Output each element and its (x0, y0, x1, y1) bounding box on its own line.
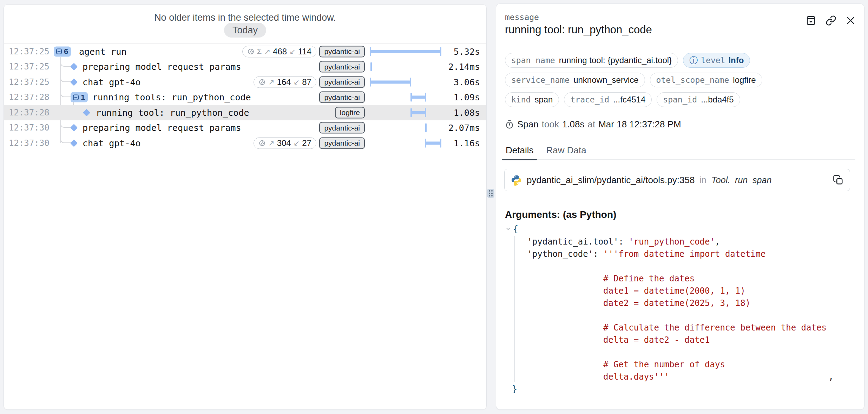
timeline-bar (370, 105, 441, 120)
open-brace: { (513, 224, 518, 234)
row-timestamp: 12:37:28 (9, 108, 50, 118)
row-span-name: preparing model request params (83, 62, 241, 72)
row-span-name: chat gpt-4o (83, 77, 141, 87)
span-title: running tool: run_python_code (505, 24, 652, 36)
trace-row[interactable]: 12:37:30 chat gpt-4o ↗304 ↙27 pydantic-a… (4, 135, 486, 151)
collapse-chevron-icon[interactable] (505, 226, 511, 232)
code-line (512, 260, 834, 272)
attribute-pill[interactable]: service_nameunknown_service (505, 73, 645, 87)
span-diamond-icon (70, 139, 78, 147)
span-diamond-icon (83, 109, 90, 116)
trace-row[interactable]: 12:37:25 preparing model request params … (4, 59, 486, 75)
collapse-toggle[interactable]: 1 (71, 92, 88, 102)
row-duration: 3.06s (454, 77, 480, 87)
output-tokens-icon: ↙ (294, 139, 300, 147)
attribute-pill[interactable]: kindspan (505, 92, 559, 107)
scope-badge[interactable]: pydantic-ai (319, 76, 365, 88)
token-usage-badge[interactable]: Σ ↗468 ↙114 (242, 46, 316, 57)
row-span-name: running tools: run_python_code (92, 92, 251, 102)
took-duration: 1.08s (562, 119, 585, 130)
tokens-icon (247, 48, 255, 55)
today-button[interactable]: Today (224, 23, 266, 38)
row-timestamp: 12:37:25 (9, 47, 50, 56)
code-line: delta = date2 - date1 (512, 334, 834, 346)
info-icon: ⓘ (689, 55, 698, 66)
trace-header: No older items in the selected time wind… (4, 5, 486, 44)
code-line: delta.days''', (512, 370, 834, 383)
scope-badge[interactable]: pydantic-ai (319, 122, 365, 134)
trace-row[interactable]: 12:37:30 preparing model request params … (4, 120, 486, 136)
token-usage-badge[interactable]: ↗164 ↙87 (254, 76, 316, 88)
attribute-pill[interactable]: otel_scope_namelogfire (650, 73, 762, 87)
record-kind-label: message (505, 13, 539, 22)
code-line: # Define the dates (512, 272, 834, 285)
scope-badge[interactable]: pydantic-ai (319, 61, 365, 73)
stopwatch-icon (505, 120, 514, 129)
attribute-pill[interactable]: span_id...bda4f5 (657, 92, 740, 107)
tokens-icon (258, 78, 266, 86)
scope-badge[interactable]: pydantic-ai (319, 46, 365, 57)
row-span-name: running tool: run_python_code (96, 107, 249, 118)
view-in-explore-icon[interactable] (805, 15, 816, 27)
scope-badge[interactable]: logfire (335, 107, 365, 118)
input-tokens-icon: ↗ (268, 139, 275, 147)
timeline-bar (370, 44, 441, 59)
span-detail-panel: message running tool: run_python_code sp… (496, 4, 864, 410)
row-duration: 2.14ms (448, 62, 480, 72)
row-span-name: agent run (79, 46, 126, 56)
code-line: # Calculate the difference between the d… (512, 321, 834, 334)
trace-row[interactable]: 12:37:25 chat gpt-4o ↗164 ↙87 pydantic-a… (4, 74, 486, 90)
timeline-bar (370, 120, 441, 136)
source-in-word: in (699, 175, 706, 185)
trace-row[interactable]: 12:37:28 1 running tools: run_python_cod… (4, 90, 486, 105)
row-span-name: preparing model request params (83, 123, 241, 133)
timeline-bar (370, 59, 441, 75)
row-timestamp: 12:37:28 (9, 92, 50, 102)
source-function: Tool._run_span (711, 175, 771, 185)
tab-raw-data[interactable]: Raw Data (545, 145, 587, 160)
python-icon (511, 175, 522, 186)
row-timestamp: 12:37:30 (9, 123, 50, 133)
span-diamond-icon (70, 78, 78, 86)
empty-notice: No older items in the selected time wind… (4, 12, 486, 23)
trace-row[interactable]: 12:37:25 6 agent run Σ ↗468 ↙114 pydanti… (4, 44, 486, 59)
code-lines: 'pydantic_ai.tool': 'run_python_code','p… (512, 235, 855, 383)
attribute-pill[interactable]: trace_id...fc4514 (564, 92, 652, 107)
trace-row[interactable]: 12:37:28 running tool: run_python_code l… (4, 105, 486, 120)
tab-details[interactable]: Details (505, 145, 534, 160)
row-timestamp: 12:37:25 (9, 77, 50, 87)
span-diamond-icon (70, 124, 78, 132)
collapse-toggle[interactable]: 6 (54, 46, 71, 56)
output-tokens-icon: ↙ (289, 47, 296, 56)
attribute-pill[interactable]: span_namerunning tool: {pydantic_ai.tool… (505, 53, 678, 68)
span-duration-line: Span took 1.08s at Mar 18 12:37:28 PM (505, 119, 681, 130)
close-icon[interactable] (846, 15, 856, 27)
code-line: 'pydantic_ai.tool': 'run_python_code', (512, 235, 834, 248)
row-duration: 2.07ms (448, 123, 480, 133)
code-line: date2 = datetime(2025, 3, 18) (512, 297, 834, 309)
sum-icon: Σ (257, 47, 262, 56)
timeline-bar (370, 90, 441, 105)
scope-badge[interactable]: pydantic-ai (319, 137, 365, 149)
source-location[interactable]: pydantic_ai_slim/pydantic_ai/tools.py:35… (504, 169, 850, 191)
tokens-icon (258, 139, 266, 147)
code-line: # Get the number of days (512, 358, 834, 370)
trace-tree: 12:37:25 6 agent run Σ ↗468 ↙114 pydanti… (4, 44, 486, 151)
token-usage-badge[interactable]: ↗304 ↙27 (254, 137, 316, 149)
row-duration: 1.09s (454, 92, 480, 102)
span-diamond-icon (70, 63, 78, 71)
input-tokens-icon: ↗ (264, 47, 270, 56)
code-line: 'python_code': '''from datetime import d… (512, 248, 834, 260)
row-timestamp: 12:37:25 (9, 62, 50, 72)
code-line (512, 346, 834, 358)
copy-link-icon[interactable] (826, 15, 836, 27)
panel-resize-handle[interactable] (487, 189, 494, 198)
row-duration: 5.32s (454, 46, 480, 56)
scope-badge[interactable]: pydantic-ai (319, 92, 365, 103)
detail-tabs: Details Raw Data (505, 145, 855, 160)
arguments-heading: Arguments: (as Python) (505, 209, 616, 220)
level-pill[interactable]: ⓘ levelInfo (683, 53, 750, 68)
code-line (512, 309, 834, 321)
copy-icon[interactable] (833, 175, 843, 185)
trace-panel: No older items in the selected time wind… (4, 4, 487, 410)
